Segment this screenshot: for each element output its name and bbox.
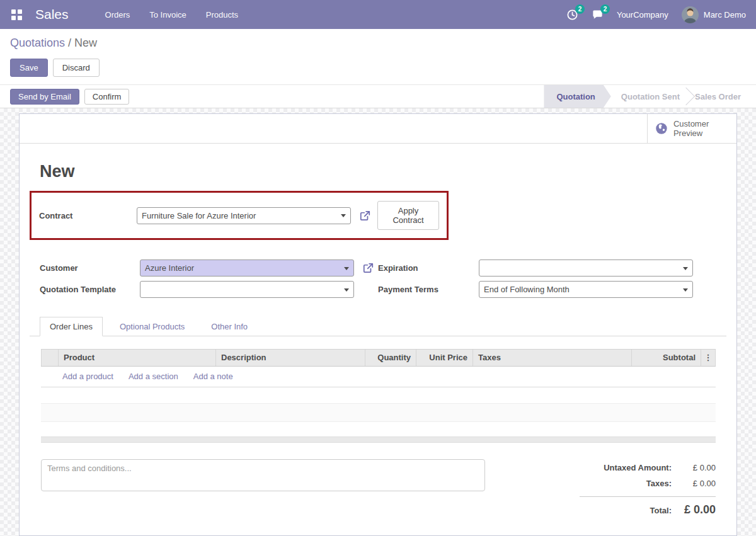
contract-external-link-icon[interactable] (359, 210, 371, 222)
tab-optional-products[interactable]: Optional Products (110, 317, 194, 336)
status-steps: Quotation Quotation Sent Sales Order (544, 85, 756, 108)
quotation-template-select[interactable] (140, 281, 354, 298)
total-label: Total: (650, 506, 672, 515)
col-description[interactable]: Description (216, 350, 365, 366)
confirm-button[interactable]: Confirm (84, 89, 130, 105)
statusbar: Send by Email Confirm Quotation Quotatio… (0, 85, 756, 108)
main-menu: Orders To Invoice Products (105, 10, 239, 20)
col-subtotal[interactable]: Subtotal (632, 350, 701, 366)
untaxed-amount-label: Untaxed Amount: (604, 463, 672, 472)
col-unit-price[interactable]: Unit Price (416, 350, 473, 366)
expiration-select[interactable] (479, 259, 693, 277)
contract-label: Contract (39, 211, 137, 220)
taxes-label: Taxes: (646, 479, 672, 488)
discard-button[interactable]: Discard (53, 59, 100, 77)
customer-value: Azure Interior (145, 263, 194, 273)
order-lines-table: Product Description Quantity Unit Price … (41, 349, 716, 443)
col-product[interactable]: Product (59, 350, 216, 366)
caret-down-icon (344, 267, 349, 270)
top-navbar: Sales Orders To Invoice Products 2 2 You… (0, 0, 756, 29)
app-name[interactable]: Sales (35, 7, 69, 22)
add-a-note-link[interactable]: Add a note (193, 372, 233, 381)
table-footer-bar (41, 436, 716, 443)
activity-badge: 2 (575, 4, 585, 14)
breadcrumb-separator: / (65, 37, 74, 49)
payment-terms-select[interactable]: End of Following Month (479, 281, 693, 298)
col-quantity[interactable]: Quantity (365, 350, 416, 366)
add-a-section-link[interactable]: Add a section (129, 372, 178, 381)
total-value: £ 0.00 (672, 503, 716, 516)
terms-and-conditions-input[interactable] (41, 459, 485, 491)
menu-orders[interactable]: Orders (105, 10, 130, 20)
notebook-tabs: Order Lines Optional Products Other Info (30, 317, 726, 336)
payment-terms-label: Payment Terms (378, 285, 479, 294)
messages-icon[interactable]: 2 (592, 9, 604, 21)
breadcrumb: Quotations / New (10, 37, 746, 50)
col-taxes[interactable]: Taxes (473, 350, 632, 366)
customer-external-link-icon[interactable] (362, 262, 374, 274)
user-menu[interactable]: Marc Demo (704, 10, 746, 20)
globe-icon (655, 122, 668, 135)
breadcrumb-current: New (74, 37, 97, 49)
tab-other-info[interactable]: Other Info (202, 317, 257, 336)
menu-products[interactable]: Products (206, 10, 238, 20)
status-step-quotation[interactable]: Quotation (544, 85, 610, 108)
content-background: Customer Preview New Contract Furniture … (0, 108, 756, 536)
customer-preview-button[interactable]: Customer Preview (647, 114, 736, 143)
contract-value: Furniture Sale for Azure Interior (142, 211, 256, 220)
taxes-value: £ 0.00 (672, 479, 716, 488)
send-by-email-button[interactable]: Send by Email (10, 89, 79, 105)
apps-menu-icon[interactable] (11, 9, 22, 20)
control-panel: Quotations / New Save Discard (0, 29, 756, 85)
user-avatar[interactable] (682, 6, 699, 23)
caret-down-icon (683, 267, 688, 270)
handle-column-header (41, 350, 59, 366)
empty-table-row (41, 422, 716, 436)
optional-columns-kebab-icon[interactable]: ⋮ (701, 350, 716, 366)
add-a-product-link[interactable]: Add a product (62, 372, 113, 381)
breadcrumb-quotations[interactable]: Quotations (10, 37, 65, 49)
totals-divider (580, 496, 716, 497)
empty-table-row (41, 387, 716, 404)
table-header-row: Product Description Quantity Unit Price … (41, 349, 716, 367)
company-switcher[interactable]: YourCompany (617, 10, 668, 20)
apply-contract-button[interactable]: Apply Contract (377, 201, 439, 230)
page-title: New (40, 162, 726, 181)
untaxed-amount-value: £ 0.00 (672, 463, 716, 472)
quotation-template-label: Quotation Template (40, 285, 140, 294)
customer-select[interactable]: Azure Interior (140, 259, 354, 277)
expiration-label: Expiration (378, 263, 479, 273)
empty-table-row (41, 404, 716, 422)
tab-order-lines[interactable]: Order Lines (40, 317, 103, 336)
messages-badge: 2 (600, 4, 610, 14)
totals-summary: Untaxed Amount: £ 0.00 Taxes: £ 0.00 Tot… (580, 459, 716, 523)
contract-highlight-box: Contract Furniture Sale for Azure Interi… (30, 191, 449, 240)
menu-to-invoice[interactable]: To Invoice (149, 10, 186, 20)
contract-select[interactable]: Furniture Sale for Azure Interior (137, 207, 351, 224)
activity-clock-icon[interactable]: 2 (566, 9, 578, 21)
form-sheet: Customer Preview New Contract Furniture … (19, 113, 737, 536)
customer-preview-label: Customer Preview (673, 119, 734, 138)
payment-terms-value: End of Following Month (484, 285, 570, 294)
save-button[interactable]: Save (10, 59, 48, 77)
caret-down-icon (341, 214, 346, 217)
button-box: Customer Preview (20, 114, 736, 144)
caret-down-icon (683, 288, 688, 292)
table-add-row: Add a product Add a section Add a note (41, 367, 716, 387)
customer-label: Customer (40, 263, 140, 273)
caret-down-icon (344, 288, 349, 292)
